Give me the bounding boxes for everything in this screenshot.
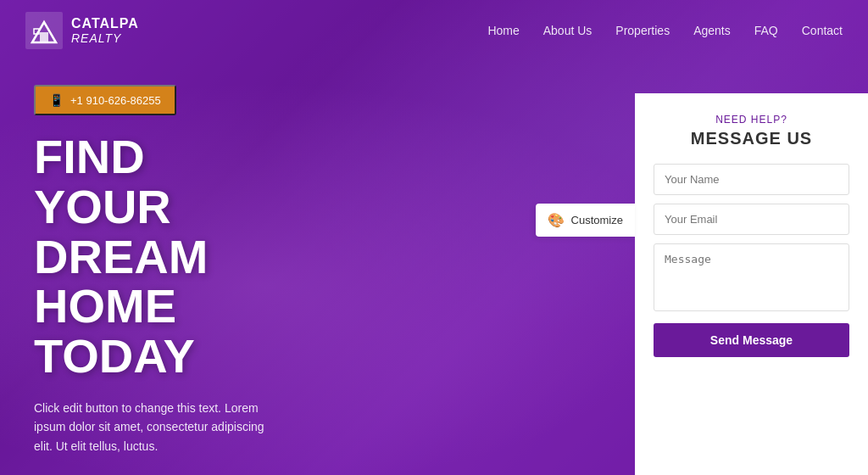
- navbar: CATALPA realty Home About Us Properties …: [0, 0, 868, 61]
- customize-icon: 🎨: [548, 212, 565, 228]
- svg-rect-0: [25, 12, 63, 49]
- logo-text: CATALPA realty: [71, 15, 139, 46]
- logo-icon: [25, 12, 63, 49]
- form-need-help-label: NEED HELP?: [654, 114, 849, 126]
- nav-contact[interactable]: Contact: [802, 24, 843, 37]
- email-input[interactable]: [654, 204, 849, 235]
- nav-links: Home About Us Properties Agents FAQ Cont…: [487, 24, 843, 37]
- hero-title: FIND YOUR DREAM HOME TODAY: [34, 132, 283, 382]
- name-input[interactable]: [654, 164, 849, 195]
- phone-button[interactable]: 📱 +1 910-626-86255: [34, 85, 176, 115]
- nav-about[interactable]: About Us: [543, 24, 593, 37]
- send-message-button[interactable]: Send Message: [654, 323, 849, 357]
- form-title: MESSAGE US: [654, 129, 849, 148]
- svg-rect-2: [40, 32, 48, 42]
- message-textarea[interactable]: [654, 243, 849, 311]
- hero-content: 📱 +1 910-626-86255 FIND YOUR DREAM HOME …: [0, 61, 317, 475]
- phone-number: +1 910-626-86255: [70, 94, 161, 107]
- nav-faq[interactable]: FAQ: [754, 24, 778, 37]
- form-panel: NEED HELP? MESSAGE US Send Message: [635, 93, 868, 475]
- phone-icon: 📱: [49, 93, 64, 107]
- hero-description: Click edit button to change this text. L…: [34, 399, 283, 455]
- nav-agents[interactable]: Agents: [693, 24, 731, 37]
- nav-home[interactable]: Home: [487, 24, 519, 37]
- logo[interactable]: CATALPA realty: [25, 12, 139, 49]
- nav-properties[interactable]: Properties: [615, 24, 670, 37]
- customize-tab[interactable]: 🎨 Customize: [536, 204, 635, 237]
- customize-label: Customize: [571, 214, 623, 226]
